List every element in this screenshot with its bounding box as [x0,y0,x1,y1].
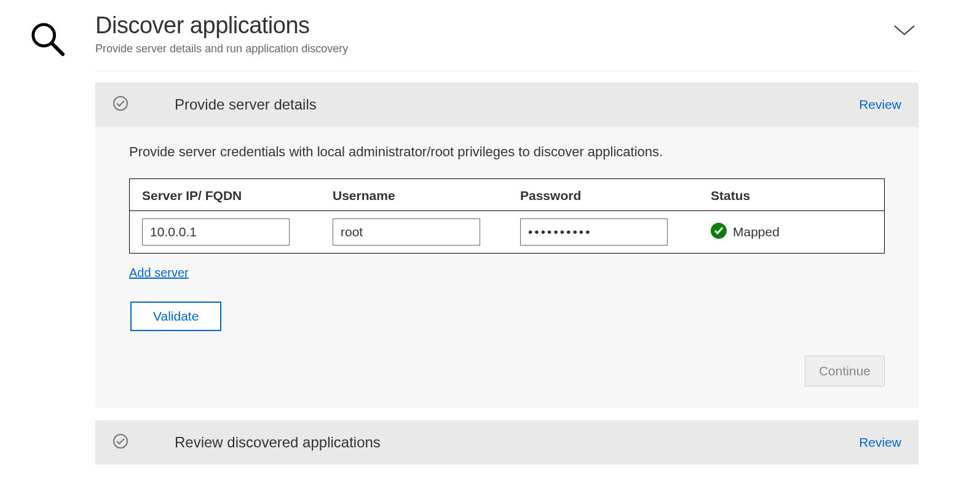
column-header-status: Status [711,188,872,203]
server-ip-input[interactable] [142,218,290,246]
section-title: Review discovered applications [175,434,859,451]
table-header-row: Server IP/ FQDN Username Password Status [130,179,884,211]
svg-point-4 [114,434,127,448]
table-row: •••••••••• Mapped [130,211,884,253]
section-review-discovered-applications: Review discovered applications Review [95,420,919,465]
column-header-ip: Server IP/ FQDN [142,188,333,203]
review-link[interactable]: Review [859,435,901,450]
page-subtitle: Provide server details and run applicati… [95,42,348,55]
review-link[interactable]: Review [859,97,901,112]
continue-button[interactable]: Continue [805,356,885,386]
section-body: Provide server credentials with local ad… [95,127,919,408]
svg-line-1 [51,43,62,54]
server-table: Server IP/ FQDN Username Password Status [129,178,885,254]
password-input[interactable]: •••••••••• [520,218,668,246]
collapse-toggle[interactable] [893,12,919,39]
section-header: Review discovered applications Review [95,420,919,465]
status-text: Mapped [733,225,780,239]
column-header-password: Password [520,188,711,203]
page-title: Discover applications [95,12,348,39]
username-input[interactable] [333,218,480,246]
section-title: Provide server details [175,96,859,113]
column-header-username: Username [333,188,520,203]
instruction-text: Provide server credentials with local ad… [129,144,885,160]
check-success-icon [711,223,727,241]
chevron-down-icon [893,25,915,37]
validate-button[interactable]: Validate [130,302,221,331]
search-icon [30,22,66,477]
section-header: Provide server details Review [95,82,919,127]
add-server-link[interactable]: Add server [129,266,189,280]
check-circle-icon [113,95,175,114]
status-badge: Mapped [711,223,780,241]
section-provide-server-details: Provide server details Review Provide se… [95,82,919,408]
svg-point-2 [114,97,127,110]
check-circle-icon [113,433,175,452]
page-header: Discover applications Provide server det… [95,12,919,71]
